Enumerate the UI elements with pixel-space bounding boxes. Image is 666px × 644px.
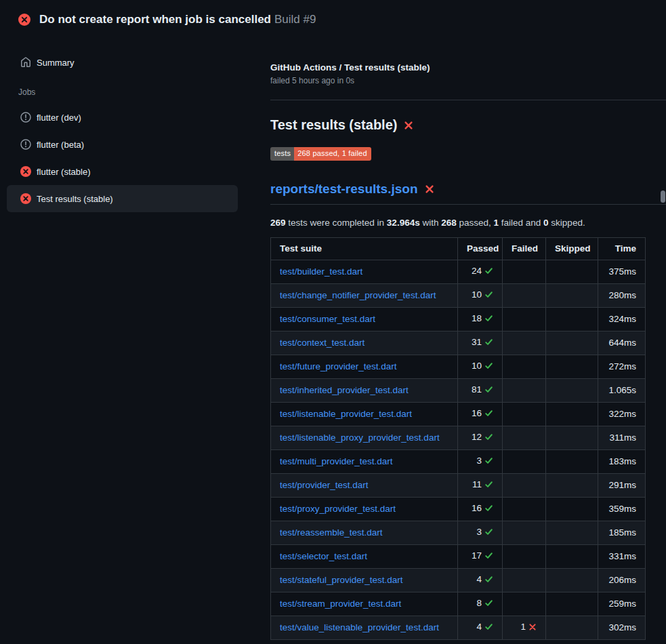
suite-cell: test/value_listenable_provider_test.dart: [271, 616, 458, 640]
section-title-text: Test results (stable): [270, 117, 397, 133]
sidebar-item-summary[interactable]: Summary: [0, 49, 257, 75]
report-link[interactable]: reports/test-results.json: [270, 182, 418, 197]
suite-link[interactable]: test/stateful_provider_test.dart: [280, 575, 403, 585]
sidebar-item-flutter-dev[interactable]: flutter (dev): [7, 104, 238, 131]
time-cell: 280ms: [598, 284, 646, 308]
suite-link[interactable]: test/builder_test.dart: [280, 266, 362, 277]
failed-cell: [503, 474, 546, 498]
main-content: GitHub Actions / Test results (stable) f…: [257, 38, 666, 640]
skipped-cell: [546, 355, 598, 379]
skipped-cell: [546, 569, 598, 592]
check-icon: [484, 289, 493, 303]
suite-link[interactable]: test/change_notifier_provider_test.dart: [280, 290, 436, 300]
suite-cell: test/future_provider_test.dart: [271, 355, 458, 379]
suite-cell: test/stream_provider_test.dart: [271, 592, 458, 616]
failed-count: 1: [494, 218, 499, 228]
cancelled-icon: [20, 112, 31, 123]
suite-link[interactable]: test/multi_provider_test.dart: [280, 456, 393, 466]
suite-cell: test/change_notifier_provider_test.dart: [271, 284, 458, 308]
time-cell: 644ms: [598, 331, 646, 355]
passed-cell: 16: [458, 403, 503, 426]
suite-link[interactable]: test/listenable_provider_test.dart: [280, 409, 412, 419]
summary-line: 269 tests were completed in 32.964s with…: [270, 218, 666, 228]
skipped-cell: [546, 426, 598, 450]
skipped-cell: [546, 616, 598, 640]
suite-link[interactable]: test/consumer_test.dart: [280, 314, 375, 324]
failed-cell: [503, 450, 546, 474]
time-cell: 185ms: [598, 521, 646, 545]
x-circle-icon: [20, 166, 31, 177]
skipped-cell: [546, 308, 598, 331]
page-title: Do not create report when job is cancell…: [39, 13, 316, 26]
suite-link[interactable]: test/selector_test.dart: [280, 551, 367, 561]
suite-link[interactable]: test/proxy_provider_test.dart: [280, 504, 396, 514]
failed-cell: [503, 331, 546, 355]
suite-link[interactable]: test/provider_test.dart: [280, 480, 369, 490]
skipped-cell: [546, 379, 598, 403]
job-list: flutter (dev)flutter (beta)flutter (stab…: [0, 104, 257, 212]
suite-link[interactable]: test/listenable_proxy_provider_test.dart: [280, 432, 440, 443]
job-label: flutter (beta): [37, 140, 84, 150]
passed-cell: 3: [458, 521, 503, 545]
sidebar-item-test-results-stable[interactable]: Test results (stable): [7, 185, 238, 212]
passed-cell: 12: [458, 426, 503, 450]
table-row: test/multi_provider_test.dart3183ms: [271, 450, 646, 474]
table-row: test/listenable_provider_test.dart16322m…: [271, 403, 646, 426]
suite-link[interactable]: test/stream_provider_test.dart: [280, 599, 401, 609]
passed-cell: 11: [458, 474, 503, 498]
job-label: flutter (stable): [37, 167, 90, 177]
check-icon: [484, 361, 493, 374]
check-icon: [484, 408, 493, 422]
suite-link[interactable]: test/inherited_provider_test.dart: [280, 385, 409, 395]
check-icon: [484, 432, 493, 445]
time-cell: 1.065s: [598, 379, 646, 403]
passed-cell: 4: [458, 616, 503, 640]
check-icon: [484, 313, 493, 327]
suite-cell: test/multi_provider_test.dart: [271, 450, 458, 474]
cross-icon: [528, 622, 537, 635]
x-circle-icon: [20, 193, 31, 204]
badge-value: 268 passed, 1 failed: [294, 147, 371, 161]
suite-link[interactable]: test/context_test.dart: [280, 338, 365, 348]
check-icon: [484, 550, 493, 564]
skipped-cell: [546, 521, 598, 545]
cancelled-icon: [20, 139, 31, 150]
failed-cell: [503, 379, 546, 403]
sidebar-item-flutter-beta[interactable]: flutter (beta): [7, 131, 238, 158]
table-row: test/context_test.dart31644ms: [271, 331, 646, 355]
check-icon: [484, 456, 493, 469]
badge-label: tests: [270, 147, 294, 161]
check-icon: [484, 503, 493, 517]
sidebar-item-flutter-stable[interactable]: flutter (stable): [7, 158, 238, 185]
sidebar: Summary Jobs flutter (dev)flutter (beta)…: [0, 38, 257, 212]
passed-cell: 3: [458, 450, 503, 474]
table-row: test/stateful_provider_test.dart4206ms: [271, 569, 646, 592]
table-row: test/change_notifier_provider_test.dart1…: [271, 284, 646, 308]
time-cell: 183ms: [598, 450, 646, 474]
suite-cell: test/selector_test.dart: [271, 545, 458, 569]
time-cell: 302ms: [598, 616, 646, 640]
suite-link[interactable]: test/future_provider_test.dart: [280, 361, 397, 371]
suite-link[interactable]: test/reassemble_test.dart: [280, 527, 383, 538]
content-layout: Summary Jobs flutter (dev)flutter (beta)…: [0, 38, 666, 640]
time-cell: 375ms: [598, 260, 646, 284]
scrollbar-thumb[interactable]: [661, 190, 665, 203]
summary-label: Summary: [37, 58, 75, 68]
time-cell: 291ms: [598, 474, 646, 498]
time-cell: 359ms: [598, 498, 646, 521]
check-icon: [484, 622, 493, 635]
time-cell: 311ms: [598, 426, 646, 450]
section-title: Test results (stable): [270, 117, 666, 133]
failed-cell: [503, 592, 546, 616]
breadcrumb: GitHub Actions / Test results (stable): [270, 62, 666, 73]
failed-cell: [503, 569, 546, 592]
failed-cell: [503, 260, 546, 284]
failed-status-icon: [18, 14, 30, 26]
col-header-test-suite: Test suite: [271, 238, 458, 260]
passed-cell: 17: [458, 545, 503, 569]
passed-cell: 16: [458, 498, 503, 521]
suite-link[interactable]: test/value_listenable_provider_test.dart: [280, 622, 439, 632]
col-header-passed: Passed: [458, 238, 503, 260]
passed-cell: 24: [458, 260, 503, 284]
skipped-cell: [546, 450, 598, 474]
